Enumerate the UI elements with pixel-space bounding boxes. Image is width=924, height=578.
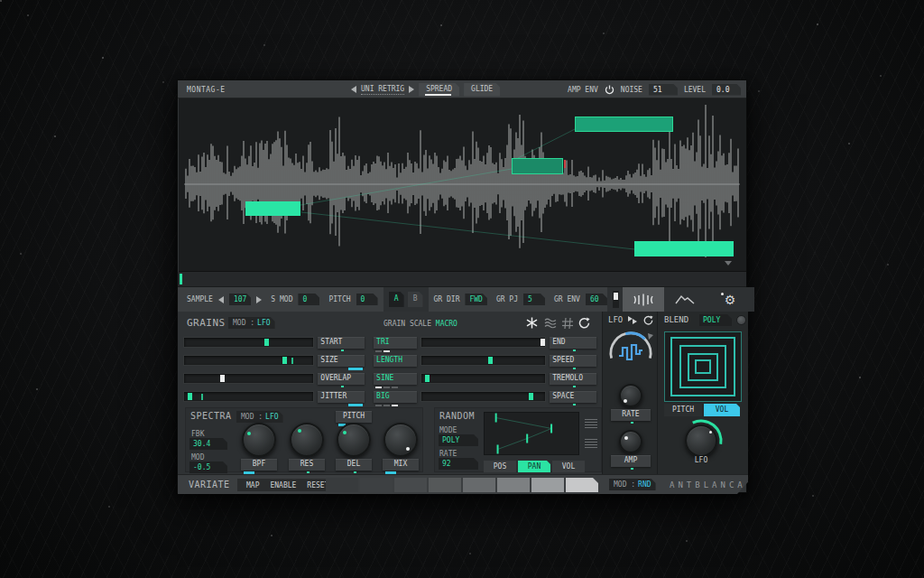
scroll-down-icon[interactable]: [725, 261, 732, 266]
grain-param-jitter[interactable]: JITTER: [318, 391, 365, 403]
grains-mod-selector[interactable]: MOD :LFO: [228, 317, 275, 329]
variate-mod-selector[interactable]: MOD :RND: [609, 479, 656, 490]
enable-button[interactable]: ENABLE: [270, 481, 296, 489]
blend-vol-button[interactable]: VOL: [704, 404, 740, 416]
tab-a[interactable]: A: [389, 292, 404, 307]
blend-pitch-button[interactable]: PITCH: [664, 404, 702, 416]
variate-cell-6[interactable]: [497, 478, 530, 492]
grain-param-start[interactable]: START: [318, 337, 365, 349]
slider-handle[interactable]: [541, 339, 545, 346]
lfo-shape-dial[interactable]: [605, 328, 656, 378]
slider-handle[interactable]: [220, 375, 225, 382]
variate-cell-3[interactable]: [394, 478, 427, 492]
random-pos-button[interactable]: POS: [484, 461, 516, 472]
random-rate-value[interactable]: 92: [439, 458, 478, 470]
lfo-amp-label[interactable]: AMP: [611, 455, 651, 467]
mix-knob[interactable]: [383, 423, 418, 457]
grain-param-tremolo[interactable]: TREMOLO: [550, 373, 596, 385]
fbk-value[interactable]: 30.4: [189, 438, 227, 450]
slider-handle[interactable]: [282, 357, 287, 364]
slider-handle[interactable]: [529, 393, 533, 400]
tab-b[interactable]: B: [408, 292, 423, 307]
lfo-amp-knob[interactable]: [619, 430, 642, 453]
variate-cell-2[interactable]: [360, 478, 393, 492]
random-menu-icon-2[interactable]: [585, 439, 597, 448]
sample-next-icon[interactable]: [256, 296, 262, 303]
blend-lfo-knob[interactable]: [685, 424, 717, 457]
grenv-value[interactable]: 60: [586, 294, 607, 305]
slider-handle[interactable]: [425, 375, 430, 382]
grdir-value[interactable]: FWD: [465, 294, 486, 305]
smod-value[interactable]: 0: [298, 294, 319, 305]
random-menu-icon[interactable]: [585, 419, 597, 428]
variate-cell-7[interactable]: [531, 478, 564, 492]
bpf-knob[interactable]: [242, 423, 276, 457]
grain-scale-sine[interactable]: SINE: [374, 373, 417, 385]
lfo-retrig-icon[interactable]: [643, 315, 653, 325]
grid-icon[interactable]: [562, 318, 573, 329]
variate-cell-8[interactable]: [566, 478, 598, 492]
tab-envelope-view[interactable]: [664, 287, 706, 312]
grain-region-4[interactable]: [634, 241, 734, 256]
uni-retrig-selector[interactable]: UNI RETRIG: [361, 85, 404, 95]
retrig-next-icon[interactable]: [409, 86, 414, 93]
random-mode-value[interactable]: POLY: [439, 434, 478, 446]
grain-scale-length[interactable]: LENGTH: [374, 355, 417, 367]
spectra-mod-selector[interactable]: MOD :LFO: [236, 411, 283, 423]
grain-slider-left[interactable]: [183, 355, 314, 366]
grain-slider-center[interactable]: [420, 391, 546, 402]
lfo-rate-knob[interactable]: [619, 384, 642, 407]
res-knob[interactable]: [290, 423, 324, 457]
spectra-mod-amt-value[interactable]: -0.5: [189, 461, 227, 473]
grain-region-1[interactable]: [575, 117, 673, 132]
waves-icon[interactable]: [544, 318, 557, 329]
del-knob[interactable]: [337, 423, 371, 457]
map-button[interactable]: MAP: [246, 481, 259, 489]
grain-param-overlap[interactable]: OVERLAP: [318, 373, 365, 385]
freeze-icon[interactable]: [526, 317, 538, 329]
grain-scale-tri[interactable]: TRI: [374, 337, 417, 349]
lfo-rate-label[interactable]: RATE: [611, 409, 651, 421]
blend-display[interactable]: [664, 331, 742, 402]
position-strip[interactable]: [178, 272, 746, 287]
grain-slider-left[interactable]: [183, 337, 314, 348]
spread-tab[interactable]: SPREAD: [419, 83, 459, 97]
grain-scale-big[interactable]: BIG: [374, 391, 417, 403]
slider-handle[interactable]: [264, 339, 269, 346]
noise-value[interactable]: 51: [649, 84, 678, 96]
slider-handle[interactable]: [188, 393, 192, 400]
sample-prev-icon[interactable]: [218, 296, 224, 303]
level-value[interactable]: 0.0: [712, 84, 741, 96]
fader-icon[interactable]: [613, 291, 619, 308]
pitch-value[interactable]: 0: [356, 294, 378, 305]
retrig-prev-icon[interactable]: [351, 86, 356, 93]
variate-cell-4[interactable]: [429, 478, 461, 492]
grain-slider-center[interactable]: [420, 373, 546, 384]
grain-region-2[interactable]: [512, 158, 563, 174]
random-visualizer[interactable]: [484, 412, 579, 455]
glide-tab[interactable]: GLIDE: [464, 83, 500, 97]
grain-param-end[interactable]: END: [550, 337, 596, 349]
blend-circle-button[interactable]: [736, 315, 746, 325]
refresh-icon[interactable]: [578, 317, 590, 329]
spectra-pitch-button[interactable]: PITCH: [336, 411, 372, 423]
grain-slider-left[interactable]: [183, 391, 314, 402]
waveform-display[interactable]: [179, 98, 746, 272]
variate-cell-5[interactable]: [463, 478, 495, 492]
bpf-knob-label[interactable]: BPF: [241, 459, 277, 471]
del-knob-label[interactable]: DEL: [336, 459, 372, 471]
tab-grain-view[interactable]: [623, 287, 664, 312]
grain-scale-value[interactable]: MACRO: [436, 320, 457, 328]
power-icon[interactable]: [605, 85, 614, 95]
grain-slider-left[interactable]: [183, 373, 314, 384]
grain-param-size[interactable]: SIZE: [318, 355, 365, 367]
res-knob-label[interactable]: RES: [289, 459, 325, 471]
variate-cell-1[interactable]: [326, 478, 358, 492]
grain-slider-center[interactable]: [420, 355, 546, 366]
grain-region-3[interactable]: [245, 201, 300, 216]
tab-settings-view[interactable]: ⚙: [706, 287, 754, 312]
slider-handle[interactable]: [488, 357, 493, 364]
grain-param-speed[interactable]: SPEED: [550, 355, 596, 367]
grain-param-space[interactable]: SPACE: [550, 391, 596, 403]
mix-knob-label[interactable]: MIX: [383, 459, 419, 471]
